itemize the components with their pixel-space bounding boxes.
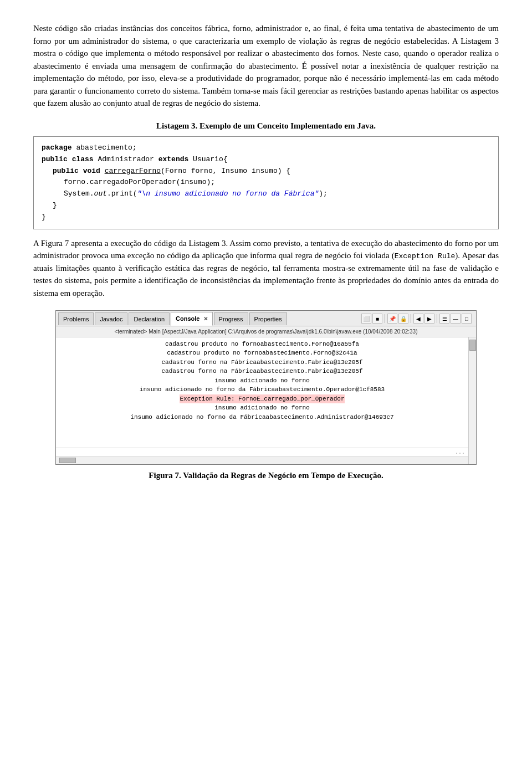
figure-caption: Figura 7. Validação da Regras de Negócio… xyxy=(33,469,499,482)
keyword-class: class xyxy=(72,155,94,163)
toolbar-sep-2 xyxy=(411,314,411,323)
vertical-scrollbar[interactable] xyxy=(468,337,476,464)
console-clear-icon[interactable]: ⬜ xyxy=(361,314,371,324)
keyword-public-1: public xyxy=(42,155,68,163)
tab-console[interactable]: Console ✕ xyxy=(171,312,212,326)
code-line-2: public class Administrador extends Usuar… xyxy=(42,154,490,166)
tab-properties[interactable]: Properties xyxy=(249,312,287,326)
console-line-4: cadastrou forno na Fábricaabastecimento.… xyxy=(59,367,465,376)
console-pin-icon[interactable]: 📌 xyxy=(387,314,397,324)
console-content: cadastrou produto no fornoabastecimento.… xyxy=(56,337,468,464)
console-maximize-icon[interactable]: □ xyxy=(462,314,472,324)
code-line-6: } xyxy=(53,200,490,212)
paragraph-2: A Figura 7 apresenta a execução do códig… xyxy=(33,237,499,300)
code-string: "\n insumo adicionado no forno da Fábric… xyxy=(137,189,319,198)
console-line-3: cadastrou forno na Fábricaabastecimento.… xyxy=(59,358,465,367)
keyword-public-2: public xyxy=(53,167,79,175)
console-line-5: insumo adicionado no forno xyxy=(59,376,465,386)
keyword-void: void xyxy=(83,167,100,175)
code-line-5: System.out.print("\n insumo adicionado n… xyxy=(64,188,490,200)
code-out: out xyxy=(94,189,107,198)
hscroll-thumb[interactable] xyxy=(59,458,76,463)
console-line-2: cadastrou produto no fornoabastecimento.… xyxy=(59,348,465,358)
paragraph-1: Neste código são criadas instâncias dos … xyxy=(33,22,499,110)
console-lock-icon[interactable]: 🔒 xyxy=(398,314,408,324)
eclipse-window[interactable]: Problems Javadoc Declaration Console ✕ P… xyxy=(55,310,477,465)
console-line-7: Exception Rule: FornoE_carregado_por_Ope… xyxy=(59,394,465,404)
eclipse-tab-bar: Problems Javadoc Declaration Console ✕ P… xyxy=(56,311,476,326)
console-close-icon[interactable]: ✕ xyxy=(203,316,208,322)
code-line-3: public void carregarForno(Forno forno, I… xyxy=(53,166,490,177)
console-output: cadastrou produto no fornoabastecimento.… xyxy=(56,337,468,448)
console-nav-prev-icon[interactable]: ◀ xyxy=(413,314,423,324)
toolbar-sep-3 xyxy=(437,314,437,323)
code-line-7: } xyxy=(42,212,490,223)
console-line-8: insumo adicionado no forno xyxy=(59,403,465,413)
console-header-text: <terminated> Main [AspectJ/Java Applicat… xyxy=(115,329,418,335)
console-nav-next-icon[interactable]: ▶ xyxy=(424,314,434,324)
tab-declaration[interactable]: Declaration xyxy=(129,312,170,326)
console-line-6: insumo adicionado no forno da Fábricaaba… xyxy=(59,385,465,394)
console-header: <terminated> Main [AspectJ/Java Applicat… xyxy=(56,326,476,337)
tab-progress[interactable]: Progress xyxy=(214,312,248,326)
tab-problems[interactable]: Problems xyxy=(58,312,94,326)
code-line-1: package abastecimento; xyxy=(42,142,490,154)
console-scrollbar-area: cadastrou produto no fornoabastecimento.… xyxy=(56,337,476,464)
figure-area: Problems Javadoc Declaration Console ✕ P… xyxy=(33,310,499,481)
console-minimize-icon[interactable]: — xyxy=(451,314,461,324)
console-line-1: cadastrou produto no fornoabastecimento.… xyxy=(59,340,465,349)
toolbar-sep-1 xyxy=(385,314,385,323)
tab-javadoc[interactable]: Javadoc xyxy=(95,312,127,326)
code-line-4: forno.carregadoPorOperador(insumo); xyxy=(64,177,490,188)
code-text-1: abastecimento; xyxy=(76,143,136,152)
vscroll-thumb[interactable] xyxy=(469,340,476,351)
code-listing: package abastecimento; public class Admi… xyxy=(33,136,499,229)
keyword-extends: extends xyxy=(158,155,189,163)
listing-title: Listagem 3. Exemplo de um Conceito Imple… xyxy=(33,120,499,132)
console-line-9: insumo adicionado no forno da Fábricaaba… xyxy=(59,413,465,422)
console-terminate-icon[interactable]: ■ xyxy=(372,314,382,324)
main-content: Neste código são criadas instâncias dos … xyxy=(33,22,499,481)
console-menu-icon[interactable]: ☰ xyxy=(439,314,449,324)
console-dots: ... xyxy=(56,448,468,457)
exception-rule-text: Exception Rule xyxy=(395,252,456,260)
keyword-package: package xyxy=(42,143,72,152)
horizontal-scrollbar[interactable] xyxy=(56,457,468,464)
exception-highlight: Exception Rule: FornoE_carregado_por_Ope… xyxy=(180,394,344,404)
